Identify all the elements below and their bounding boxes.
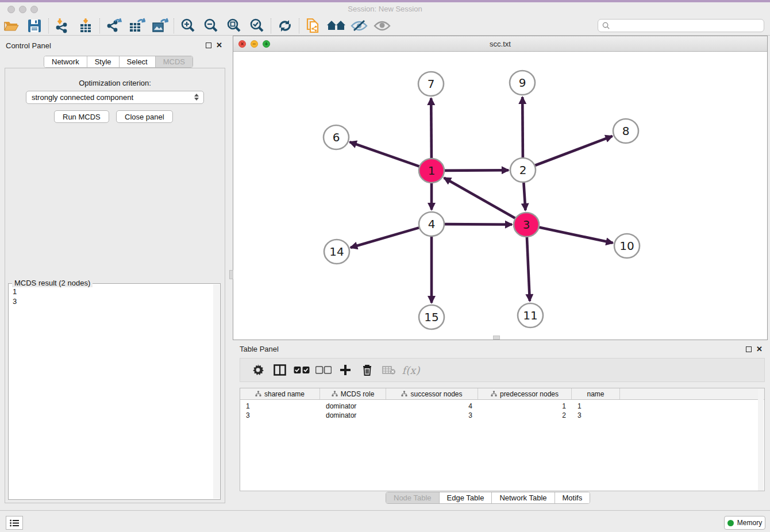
search-box[interactable] xyxy=(598,19,764,32)
float-panel-icon[interactable] xyxy=(206,43,211,48)
criterion-value: strongly connected component xyxy=(32,93,133,102)
column-header[interactable]: predecessor nodes xyxy=(478,388,572,399)
tab-select[interactable]: Select xyxy=(119,56,155,67)
search-icon xyxy=(602,22,610,29)
graph-edge xyxy=(444,178,516,218)
horizontal-splitter-grip[interactable] xyxy=(493,336,500,340)
task-history-button[interactable] xyxy=(6,516,23,530)
hide-eye-icon[interactable] xyxy=(348,17,371,34)
zoom-selected-icon[interactable] xyxy=(245,17,268,34)
export-image-icon[interactable] xyxy=(148,17,171,34)
toolbar-separator xyxy=(299,18,299,33)
column-header[interactable]: successor nodes xyxy=(386,388,478,399)
memory-label: Memory xyxy=(737,519,762,527)
optimization-criterion-label: Optimization criterion: xyxy=(0,79,230,87)
select-all-checkboxes-icon[interactable] xyxy=(291,366,313,374)
column-header[interactable]: MCDS role xyxy=(320,388,386,399)
zoom-in-icon[interactable] xyxy=(176,17,199,34)
graph-edge xyxy=(351,228,420,248)
vertical-splitter-grip[interactable] xyxy=(229,270,233,279)
traffic-lights[interactable] xyxy=(7,5,42,16)
svg-text:11: 11 xyxy=(523,309,537,322)
run-mcds-button[interactable]: Run MCDS xyxy=(54,110,109,123)
refresh-view-icon[interactable] xyxy=(274,17,297,34)
table-row[interactable]: 1 dominator 4 1 1 xyxy=(240,402,764,411)
network-window-titlebar[interactable]: × − + scc.txt xyxy=(233,36,767,52)
column-header[interactable]: shared name xyxy=(240,388,320,399)
svg-text:9: 9 xyxy=(519,76,526,90)
result-line: 3 xyxy=(13,296,216,306)
toolbar-separator xyxy=(99,18,100,33)
import-table-icon[interactable] xyxy=(74,17,97,34)
result-scrollbar[interactable] xyxy=(213,284,220,499)
mcds-result-list[interactable]: 1 3 xyxy=(9,284,220,309)
table-scrollbar[interactable] xyxy=(758,389,764,491)
minimize-window-icon[interactable] xyxy=(19,6,26,13)
svg-text:10: 10 xyxy=(619,239,634,253)
graph-edge xyxy=(534,136,613,166)
tab-style[interactable]: Style xyxy=(87,56,119,67)
table-panel-title: Table Panel xyxy=(240,345,279,353)
graph-edge xyxy=(522,97,523,158)
home-views-icon[interactable] xyxy=(325,17,348,34)
tab-edge-table[interactable]: Edge Table xyxy=(439,492,492,503)
memory-status-icon xyxy=(727,520,734,526)
close-table-panel-icon[interactable]: ✕ xyxy=(756,345,763,353)
delete-column-icon[interactable] xyxy=(356,364,378,376)
graph-edge xyxy=(527,237,530,301)
toolbar-separator xyxy=(271,18,271,33)
network-view-title: scc.txt xyxy=(233,36,767,52)
control-panel: Control Panel ✕ Network Style Select MCD… xyxy=(0,36,230,508)
control-panel-title: Control Panel xyxy=(6,41,51,50)
add-column-icon[interactable] xyxy=(334,364,356,376)
app-titlebar: Session: New Session xyxy=(0,2,770,16)
zoom-out-icon[interactable] xyxy=(199,17,222,34)
svg-text:2: 2 xyxy=(519,163,527,177)
svg-text:8: 8 xyxy=(622,124,630,138)
graph-edge xyxy=(523,182,525,210)
network-graph-canvas[interactable]: 7968124314101511 xyxy=(233,52,767,340)
toolbar-separator xyxy=(174,18,174,33)
import-network-icon[interactable] xyxy=(51,17,74,34)
table-toolbar: f(x) xyxy=(240,358,765,382)
tab-node-table[interactable]: Node Table xyxy=(386,492,439,503)
zoom-window-icon[interactable] xyxy=(30,6,38,13)
main-toolbar xyxy=(0,16,770,36)
tab-network[interactable]: Network xyxy=(44,56,87,67)
export-table-icon[interactable] xyxy=(125,17,148,34)
save-session-icon[interactable] xyxy=(23,17,46,34)
status-bar: Memory xyxy=(0,510,770,532)
criterion-dropdown[interactable]: strongly connected component xyxy=(26,91,204,104)
memory-button[interactable]: Memory xyxy=(724,516,765,530)
float-table-panel-icon[interactable] xyxy=(746,346,752,352)
table-header-row: shared name MCDS role successor nodes pr… xyxy=(240,388,764,400)
gear-icon[interactable] xyxy=(247,364,269,376)
svg-text:3: 3 xyxy=(523,218,530,232)
search-input[interactable] xyxy=(613,22,764,30)
result-line: 1 xyxy=(13,287,216,296)
tab-motifs[interactable]: Motifs xyxy=(555,492,590,503)
zoom-fit-icon[interactable] xyxy=(222,17,245,34)
mcds-result-title: MCDS result (2 nodes) xyxy=(12,279,93,287)
close-panel-button[interactable]: Close panel xyxy=(116,110,173,123)
deselect-all-checkboxes-icon[interactable] xyxy=(313,366,334,374)
graph-edge xyxy=(538,227,613,243)
svg-text:7: 7 xyxy=(428,77,435,91)
clone-network-icon[interactable] xyxy=(302,17,325,34)
table-tabs: Node Table Edge Table Network Table Moti… xyxy=(386,492,590,504)
close-panel-icon[interactable]: ✕ xyxy=(216,41,222,49)
tab-mcds[interactable]: MCDS xyxy=(155,56,192,67)
column-header[interactable]: name xyxy=(572,388,620,399)
columns-icon[interactable] xyxy=(269,364,291,376)
control-panel-tabs: Network Style Select MCDS xyxy=(44,56,193,68)
tab-network-table[interactable]: Network Table xyxy=(491,492,554,503)
open-session-icon[interactable] xyxy=(0,17,23,34)
dropdown-stepper-icon xyxy=(194,94,199,101)
node-table[interactable]: shared name MCDS role successor nodes pr… xyxy=(240,388,765,491)
show-eye-icon[interactable] xyxy=(371,17,394,34)
table-row[interactable]: 3 dominator 3 2 3 xyxy=(240,411,764,420)
delete-table-icon[interactable] xyxy=(378,365,400,375)
export-network-icon[interactable] xyxy=(102,17,125,34)
close-window-icon[interactable] xyxy=(7,6,15,13)
function-builder-icon[interactable]: f(x) xyxy=(400,364,422,376)
